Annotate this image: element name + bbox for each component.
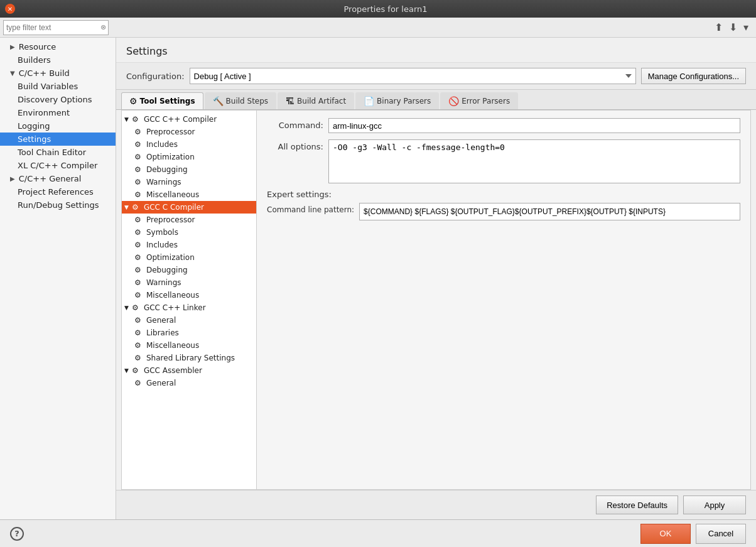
tree-label-includes-cpp: Includes: [146, 140, 178, 149]
expand-arrow-resource: ▶: [10, 43, 15, 50]
sidebar-item-settings[interactable]: Settings: [0, 133, 116, 146]
tree-gear-icon-miscellaneous-linker: ⚙: [134, 341, 143, 350]
expand-arrow-ccpp-build: ▼: [10, 70, 15, 77]
tree-gear-icon-includes-c: ⚙: [134, 241, 143, 249]
tab-build-artifact-label: Build Artifact: [297, 97, 346, 106]
tab-tool-settings-label: Tool Settings: [140, 97, 195, 106]
tree-item-miscellaneous-cpp[interactable]: ⚙ Miscellaneous: [122, 188, 256, 201]
footer: ? OK Cancel: [0, 519, 756, 547]
command-row: Command:: [267, 118, 740, 133]
sidebar-item-discovery-options[interactable]: Discovery Options: [0, 93, 116, 106]
tree-item-includes-cpp[interactable]: ⚙ Includes: [122, 138, 256, 151]
tree-label-symbols-c: Symbols: [146, 228, 178, 237]
nav-back-button[interactable]: ⬆: [712, 20, 725, 35]
tab-tool-settings[interactable]: ⚙ Tool Settings: [121, 92, 203, 109]
nav-buttons: ⬆ ⬇ ▾: [712, 20, 756, 35]
restore-defaults-button[interactable]: Restore Defaults: [596, 496, 678, 514]
build-artifact-tab-icon: 🏗: [286, 96, 294, 106]
sidebar-item-tool-chain-editor[interactable]: Tool Chain Editor: [0, 146, 116, 159]
tree-label-gcc-cpp-linker: GCC C++ Linker: [144, 303, 206, 312]
sidebar-label-settings: Settings: [18, 134, 51, 144]
tree-label-miscellaneous-linker: Miscellaneous: [146, 341, 199, 350]
filter-clear-icon[interactable]: ⊗: [100, 23, 106, 31]
sidebar-label-logging: Logging: [18, 121, 50, 131]
nav-menu-button[interactable]: ▾: [741, 20, 751, 35]
tree-item-general-assembler[interactable]: ⚙ General: [122, 377, 256, 389]
tree-gear-icon-preprocessor-c: ⚙: [134, 215, 143, 224]
sidebar-label-environment: Environment: [18, 108, 70, 117]
tab-build-steps[interactable]: 🔨 Build Steps: [205, 92, 277, 109]
all-options-textarea[interactable]: -O0 -g3 -Wall -c -fmessage-length=0: [328, 139, 740, 183]
sidebar-item-ccpp-build[interactable]: ▼ C/C++ Build: [0, 67, 116, 80]
tab-error-parsers[interactable]: 🚫 Error Parsers: [440, 92, 518, 109]
tree-item-shared-library-settings[interactable]: ⚙ Shared Library Settings: [122, 352, 256, 364]
tree-item-debugging-c[interactable]: ⚙ Debugging: [122, 264, 256, 276]
tree-gear-icon-miscellaneous-cpp: ⚙: [134, 190, 143, 199]
nav-forward-button[interactable]: ⬇: [726, 20, 740, 35]
main-panel: ▼ ⚙ GCC C++ Compiler ⚙ Preprocessor ⚙ In…: [121, 110, 751, 490]
tree-arrow-gcc-assembler: ▼: [124, 367, 129, 374]
tree-item-optimization-c[interactable]: ⚙ Optimization: [122, 251, 256, 264]
tree-gear-icon-includes-cpp: ⚙: [134, 140, 143, 149]
cmd-line-pattern-input[interactable]: [359, 203, 740, 220]
tree-item-general-linker[interactable]: ⚙ General: [122, 314, 256, 327]
apply-button[interactable]: Apply: [683, 496, 746, 514]
sidebar-item-ccpp-general[interactable]: ▶ C/C++ General: [0, 172, 116, 185]
binary-parsers-tab-icon: 📄: [364, 96, 374, 106]
window-title: Properties for learn1: [20, 4, 751, 14]
tree-item-symbols-c[interactable]: ⚙ Symbols: [122, 226, 256, 239]
footer-buttons: OK Cancel: [640, 524, 746, 544]
tree-gear-icon-shared-library-settings: ⚙: [134, 354, 143, 362]
tree-item-gcc-cpp-compiler[interactable]: ▼ ⚙ GCC C++ Compiler: [122, 113, 256, 126]
tree-label-includes-c: Includes: [146, 241, 178, 249]
ok-button[interactable]: OK: [640, 524, 691, 544]
tree-gear-icon-general-assembler: ⚙: [134, 379, 143, 387]
config-select[interactable]: Debug [ Active ] Release: [190, 68, 636, 84]
sidebar: ▶ Resource Builders ▼ C/C++ Build Build …: [0, 38, 116, 519]
tree-label-warnings-cpp: Warnings: [146, 178, 181, 187]
tab-binary-parsers[interactable]: 📄 Binary Parsers: [355, 92, 439, 109]
sidebar-item-build-variables[interactable]: Build Variables: [0, 80, 116, 93]
command-input[interactable]: [328, 118, 740, 133]
sidebar-item-environment[interactable]: Environment: [0, 106, 116, 119]
tree-item-gcc-cpp-linker[interactable]: ▼ ⚙ GCC C++ Linker: [122, 301, 256, 314]
close-button[interactable]: ✕: [5, 4, 15, 14]
tree-item-preprocessor-c[interactable]: ⚙ Preprocessor: [122, 214, 256, 226]
tree-item-warnings-c[interactable]: ⚙ Warnings: [122, 276, 256, 289]
sidebar-item-resource[interactable]: ▶ Resource: [0, 40, 116, 53]
tree-gear-icon-gcc-cpp-compiler: ⚙: [132, 115, 141, 124]
tree-item-preprocessor-cpp[interactable]: ⚙ Preprocessor: [122, 126, 256, 138]
sidebar-label-ccpp-build: C/C++ Build: [19, 68, 70, 78]
tree-item-miscellaneous-c[interactable]: ⚙ Miscellaneous: [122, 289, 256, 301]
sidebar-item-builders[interactable]: Builders: [0, 53, 116, 67]
cancel-button[interactable]: Cancel: [696, 524, 746, 544]
tab-build-artifact[interactable]: 🏗 Build Artifact: [278, 92, 354, 109]
tree-item-warnings-cpp[interactable]: ⚙ Warnings: [122, 176, 256, 188]
sidebar-label-build-variables: Build Variables: [18, 82, 78, 91]
tree-gear-icon-general-linker: ⚙: [134, 316, 143, 325]
filter-input[interactable]: [6, 23, 100, 32]
sidebar-item-logging[interactable]: Logging: [0, 119, 116, 133]
sidebar-item-rundebug-settings[interactable]: Run/Debug Settings: [0, 198, 116, 212]
tree-item-libraries-linker[interactable]: ⚙ Libraries: [122, 327, 256, 339]
bottom-button-area: Restore Defaults Apply: [116, 490, 756, 519]
all-options-row: All options: -O0 -g3 -Wall -c -fmessage-…: [267, 139, 740, 183]
tree-item-gcc-assembler[interactable]: ▼ ⚙ GCC Assembler: [122, 364, 256, 377]
manage-configurations-button[interactable]: Manage Configurations...: [641, 68, 746, 84]
cmd-line-pattern-row: Command line pattern:: [267, 203, 740, 220]
tree-arrow-gcc-cpp-linker: ▼: [124, 305, 129, 311]
tree-item-gcc-c-compiler[interactable]: ▼ ⚙ GCC C Compiler: [122, 201, 256, 214]
sidebar-item-xl-ccpp-compiler[interactable]: XL C/C++ Compiler: [0, 159, 116, 172]
tree-label-miscellaneous-c: Miscellaneous: [146, 291, 199, 300]
tree-item-includes-c[interactable]: ⚙ Includes: [122, 239, 256, 251]
tree-label-gcc-c-compiler: GCC C Compiler: [144, 203, 204, 212]
tree-gear-icon-libraries-linker: ⚙: [134, 328, 143, 337]
help-button[interactable]: ?: [10, 527, 24, 541]
tree-gear-icon-preprocessor-cpp: ⚙: [134, 127, 143, 136]
sidebar-label-builders: Builders: [18, 55, 51, 65]
tree-item-miscellaneous-linker[interactable]: ⚙ Miscellaneous: [122, 339, 256, 352]
tree-item-debugging-cpp[interactable]: ⚙ Debugging: [122, 163, 256, 176]
sidebar-item-project-references[interactable]: Project References: [0, 185, 116, 198]
tree-item-optimization-cpp[interactable]: ⚙ Optimization: [122, 151, 256, 163]
tree-gear-icon-miscellaneous-c: ⚙: [134, 291, 143, 300]
